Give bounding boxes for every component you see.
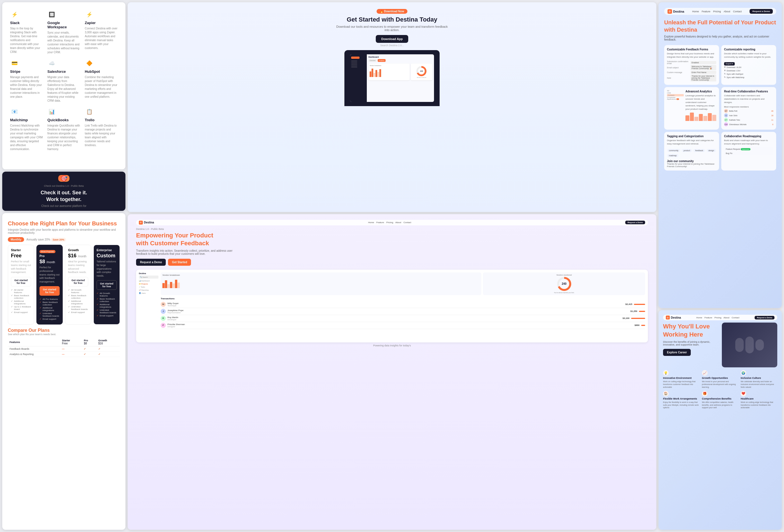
integration-desc: Sync your emails, calendar, and document…	[47, 31, 80, 54]
benefit-title: Flexible Work Arrangements	[663, 397, 697, 400]
tagging-card: Tagging and Categorization Organize feed…	[664, 132, 719, 170]
pro-value: ✓	[82, 346, 96, 352]
nav-link-home[interactable]: Home	[368, 221, 374, 224]
export-dropdown[interactable]: Export ▾	[724, 62, 735, 65]
nav-link-contact[interactable]: Contact	[733, 10, 742, 13]
plan-feature: ✓Unlimited feedback boards	[96, 309, 117, 314]
download-app-button[interactable]: Download App	[376, 35, 409, 43]
feature-name: Analytics & Reporting	[8, 352, 60, 357]
save-badge: Save 20%	[51, 238, 66, 242]
growth-plan-card: Growth $16 /month Ideal for growing team…	[65, 245, 91, 325]
roadmap-content: Feature Request Approved Bug Fix	[724, 147, 773, 155]
mailchimp-icon: 📧	[10, 107, 19, 116]
features-subtitle: Explore powerful features designed to he…	[664, 35, 776, 41]
table-row: M Milly GuyerTechnique $2,415	[161, 301, 645, 308]
transaction-amount: $3,100	[623, 317, 629, 319]
person-silhouette	[755, 339, 764, 351]
monthly-toggle[interactable]: Monthly	[8, 237, 24, 242]
avatar: R	[161, 316, 166, 321]
dark-panel-title: Check it out. See it. Work together.	[40, 190, 87, 203]
benefit-desc: Work on cutting-edge technology that tra…	[740, 401, 777, 409]
nav-link-contact[interactable]: Contact	[732, 316, 739, 319]
powering-note: Powering data insights for today's	[136, 344, 648, 347]
nav-link-about[interactable]: About	[395, 221, 401, 224]
plan-desc: Ideal for growing teams meeting advanced…	[68, 260, 88, 274]
list-item: 🔲 Google Workspace Sync your emails, cal…	[47, 10, 80, 54]
benefits-icon: 🎁	[702, 391, 707, 396]
zapier-icon: ⚡	[85, 10, 94, 19]
benefit-flexible: 🏠 Flexible Work Arrangements Enjoy the f…	[663, 391, 700, 409]
plan-feature: ✓All Growth features	[96, 292, 117, 297]
plan-desc: Perfect for small teams starting out wit…	[11, 260, 31, 274]
team-photo	[722, 323, 777, 367]
table-row: Feedback Boards — ✓ ✓	[8, 346, 120, 352]
tag-pill: roadmap	[667, 154, 678, 157]
nav-link-feature[interactable]: Feature	[704, 316, 712, 319]
plan-feature: ✓All Growth features	[68, 289, 88, 294]
slack-icon: ⚡	[10, 10, 19, 19]
benefit-desc: We offer competitive salaries, health be…	[702, 401, 739, 409]
dark-panel-subtitle: Check out our awesome platform for	[41, 204, 86, 207]
growth-cta-button[interactable]: Get started for free	[68, 277, 88, 286]
benefit-desc: Work on cutting-edge technology that tra…	[663, 380, 700, 388]
vendor-breakdown-label: Vendor breakdown	[162, 274, 480, 276]
working-nav: D Destina Home Feature Pricing About Con…	[663, 315, 777, 320]
card-desc: Collaborate with team members and stakeh…	[724, 94, 773, 104]
form-label: Custom message	[667, 72, 689, 73]
plan-desc: Tailored solutions for large organizatio…	[96, 260, 117, 278]
benefits-grid: 💡 Innovative Environment Work on cutting…	[663, 370, 777, 409]
nav-link-home[interactable]: Home	[696, 316, 702, 319]
nav-link-home[interactable]: Home	[692, 10, 699, 13]
sync-icon: ↻	[724, 73, 726, 75]
nav-link-about[interactable]: About	[724, 10, 730, 13]
starter-cta-button[interactable]: Get started for free	[11, 277, 31, 286]
integration-desc: Stay in the loop by integrating Slack wi…	[10, 27, 43, 54]
enterprise-cta-button[interactable]: Get started for free	[96, 280, 117, 290]
emp-dashboard: Destina 🔍 Search 📊 Dashboard 📁 Projects …	[136, 270, 648, 342]
avatar: J	[161, 309, 166, 314]
nav-link-feature[interactable]: Feature	[376, 221, 384, 224]
form-row: Note Thanks for your interest in joining…	[667, 75, 716, 82]
nav-links: Home Feature Pricing About Contact	[368, 221, 411, 224]
benefit-title: Comprehensive Benefits	[702, 397, 732, 400]
tag-pill: feedback	[694, 149, 705, 152]
export-option-hubspot: ↻ Sync with HubSpot	[724, 72, 773, 76]
request-demo-nav-button[interactable]: Request a Demo	[755, 316, 775, 319]
form-row: Email subject Welcome to Tablebase Frien…	[667, 65, 716, 70]
plan-feature: ✓Unlimited feedback boards	[68, 306, 88, 310]
list-item: ⚡ Slack Stay in the loop by integrating …	[10, 10, 43, 54]
plan-name: Growth	[68, 248, 88, 252]
nav-link-contact[interactable]: Contact	[403, 221, 411, 224]
table-header-features: Features	[8, 338, 60, 346]
get-started-btn[interactable]: Get Started	[168, 259, 191, 266]
community-join-section: Join our community Thanks for your inter…	[667, 160, 716, 168]
avatar: GM	[724, 122, 728, 126]
collab-card: Real-time Collaboration Features Collabo…	[721, 87, 776, 130]
compare-table: Features StarterFree Pro$8 Growth$16 Fee…	[8, 338, 120, 357]
logo-icon: D	[666, 315, 670, 319]
plan-feature: ✓Up to 1 feedback board	[11, 306, 31, 310]
request-demo-nav-button[interactable]: Request a Demo	[750, 9, 773, 14]
form-value: Enabled	[691, 61, 716, 64]
annual-toggle[interactable]: Annually save 20% Save 20%	[26, 238, 66, 241]
features-headline: Unleash the Full Potential of Your Produ…	[664, 19, 776, 33]
collab-member: KT Kathele Toto 11	[724, 118, 773, 122]
dark-promo-panel: 🎯 Check out Destina 1.0 - Public Beta Ch…	[2, 172, 125, 211]
nav-link-pricing[interactable]: Pricing	[386, 221, 393, 224]
chart-bar	[703, 116, 707, 121]
plan-feature: ✓Email support	[39, 318, 60, 320]
brand-logo: D Destina	[668, 9, 684, 14]
nav-link-pricing[interactable]: Pricing	[715, 316, 721, 319]
pro-cta-button[interactable]: Get started for free	[39, 286, 60, 296]
chart-bar	[708, 113, 712, 121]
collab-member: BF Bella Felt 48	[724, 109, 773, 113]
explore-career-button[interactable]: Explore Career	[663, 349, 691, 356]
nav-link-feature[interactable]: Feature	[702, 10, 710, 13]
request-demo-btn[interactable]: Request a Demo	[136, 259, 166, 266]
plan-feature: ✓Email support	[11, 311, 31, 314]
request-demo-button[interactable]: Request a Demo	[625, 221, 645, 224]
nav-link-about[interactable]: About	[724, 316, 729, 319]
benefit-title: Innovative Environment	[663, 376, 692, 380]
nav-link-pricing[interactable]: Pricing	[713, 10, 721, 13]
tag-pill: design	[707, 149, 716, 152]
